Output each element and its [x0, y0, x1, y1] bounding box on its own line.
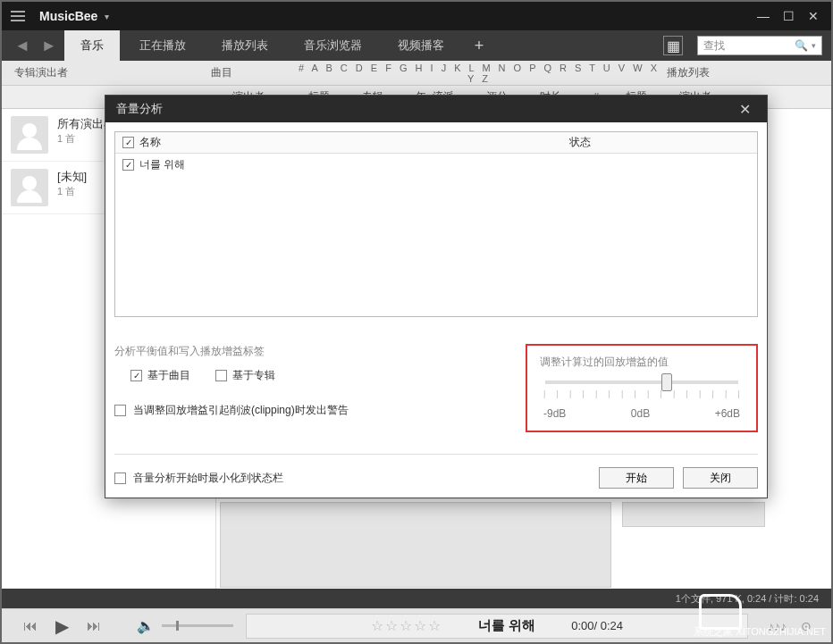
- volume-icon[interactable]: 🔈: [137, 617, 155, 634]
- analyze-label: 分析平衡值和写入播放增益标签: [114, 344, 526, 359]
- avatar-icon: [11, 116, 48, 154]
- slider-ticks: ||||||||||||||||: [543, 389, 740, 398]
- prev-track-button[interactable]: ⏮: [14, 618, 46, 634]
- clipping-warn-checkbox[interactable]: [114, 405, 126, 416]
- playlist-panel-stub: [622, 502, 765, 527]
- row-name: 너를 위해: [139, 157, 185, 172]
- next-track-button[interactable]: ⏭: [78, 618, 110, 634]
- volume-slider[interactable]: [162, 624, 233, 627]
- minimize-checkbox[interactable]: [114, 473, 126, 484]
- tab-video-podcast[interactable]: 视频播客: [382, 30, 460, 61]
- minimize-label: 音量分析开始时最小化到状态栏: [133, 471, 283, 486]
- track-panel-stub: [220, 502, 611, 588]
- start-button[interactable]: 开始: [599, 467, 674, 489]
- artist-name: [未知]: [57, 169, 87, 185]
- play-button[interactable]: ▶: [46, 615, 78, 637]
- equalizer-icon[interactable]: ♪♪♪: [761, 619, 794, 633]
- now-playing-time: 0:00/ 0:24: [571, 619, 623, 632]
- search-icon[interactable]: 🔍: [795, 39, 808, 52]
- tab-music[interactable]: 音乐: [64, 30, 120, 61]
- by-album-checkbox[interactable]: [215, 370, 227, 381]
- status-text: 1个文件, 971 K, 0:24 / 计时: 0:24: [676, 592, 819, 606]
- dialog-close-icon[interactable]: ✕: [734, 101, 756, 118]
- row-checkbox[interactable]: [122, 159, 134, 171]
- layout-icon[interactable]: ▦: [663, 36, 683, 55]
- rating-stars[interactable]: ☆☆☆☆☆: [371, 617, 442, 634]
- app-title: MusicBee: [39, 9, 97, 23]
- gain-tick-mid: 0dB: [631, 407, 650, 420]
- avatar-icon: [11, 169, 48, 206]
- select-all-checkbox[interactable]: [122, 137, 134, 148]
- header-playlist: 播放列表: [667, 65, 819, 80]
- now-playing-panel: ☆☆☆☆☆ 너를 위해 0:00/ 0:24: [246, 614, 748, 639]
- track-list: 名称 状态 너를 위해: [114, 131, 758, 317]
- add-tab-button[interactable]: +: [464, 37, 495, 55]
- header-track: 曲目: [211, 65, 291, 80]
- clipping-warn-label: 当调整回放增益引起削波(clipping)时发出警告: [133, 403, 349, 418]
- header-alpha-index[interactable]: # A B C D E F G H I J K L M N O P Q R S …: [291, 63, 667, 84]
- by-album-label: 基于专辑: [232, 368, 275, 383]
- search-input[interactable]: 查找 🔍 ▾: [697, 36, 822, 55]
- list-header-status[interactable]: 状态: [562, 135, 757, 150]
- maximize-button[interactable]: ☐: [776, 5, 801, 27]
- gain-slider[interactable]: [545, 381, 738, 384]
- gain-tick-right: +6dB: [715, 407, 740, 420]
- close-button[interactable]: ✕: [801, 5, 826, 27]
- tab-now-playing[interactable]: 正在播放: [123, 30, 202, 61]
- gain-adjust-panel: 调整计算过的回放增益的值 |||||||||||||||| -9dB 0dB +…: [526, 344, 758, 432]
- gain-label: 调整计算过的回放增益的值: [540, 355, 744, 370]
- list-item[interactable]: 너를 위해: [115, 154, 757, 175]
- close-button[interactable]: 关闭: [683, 467, 758, 489]
- by-track-label: 基于曲目: [147, 368, 190, 383]
- header-album-artist: 专辑演出者: [14, 65, 211, 80]
- volume-analysis-dialog: 音量分析 ✕ 名称 状态 너를 위해 分析平衡值和写入播放增益标签: [105, 95, 768, 498]
- now-playing-title: 너를 위해: [478, 617, 535, 634]
- search-placeholder: 查找: [703, 38, 725, 54]
- app-dropdown-icon[interactable]: ▾: [105, 12, 109, 21]
- nav-forward-icon[interactable]: ►: [38, 37, 61, 55]
- menu-icon[interactable]: [7, 5, 29, 27]
- dialog-title: 音量分析: [116, 101, 163, 117]
- search-dropdown-icon[interactable]: ▾: [812, 41, 816, 50]
- list-header-name[interactable]: 名称: [139, 135, 161, 150]
- tab-music-browser[interactable]: 音乐浏览器: [288, 30, 378, 61]
- by-track-checkbox[interactable]: [130, 370, 142, 381]
- tab-playlists[interactable]: 播放列表: [206, 30, 284, 61]
- minimize-button[interactable]: —: [751, 5, 776, 27]
- lastfm-icon[interactable]: ⊙: [794, 619, 819, 633]
- artist-count: 1 首: [57, 185, 87, 198]
- nav-back-icon[interactable]: ◄: [11, 37, 34, 55]
- gain-tick-left: -9dB: [543, 407, 566, 420]
- slider-thumb-icon[interactable]: [661, 373, 672, 391]
